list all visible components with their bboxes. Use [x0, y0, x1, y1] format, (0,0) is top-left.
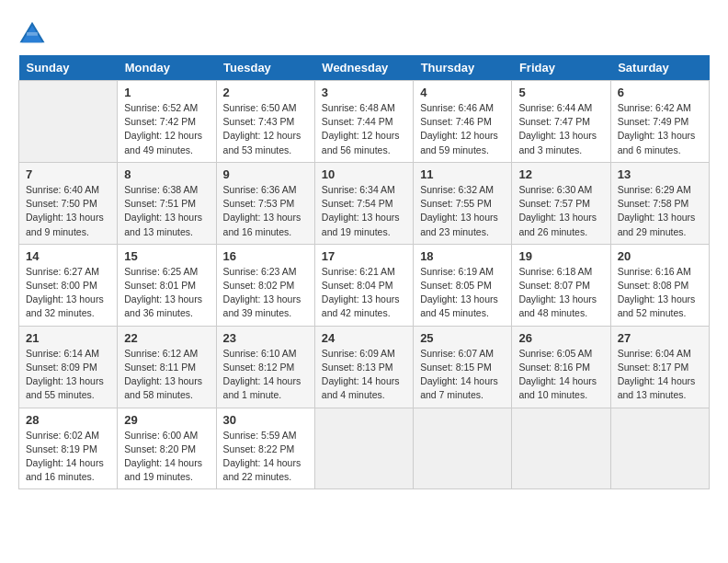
- day-detail: Sunrise: 6:48 AMSunset: 7:44 PMDaylight:…: [322, 101, 406, 157]
- week-row-2: 7Sunrise: 6:40 AMSunset: 7:50 PMDaylight…: [19, 162, 710, 244]
- day-number: 2: [223, 86, 308, 99]
- calendar-cell: 22Sunrise: 6:12 AMSunset: 8:11 PMDayligh…: [118, 326, 216, 408]
- day-detail: Sunrise: 6:09 AMSunset: 8:13 PMDaylight:…: [322, 347, 406, 403]
- col-header-saturday: Saturday: [610, 55, 709, 81]
- day-number: 16: [223, 249, 308, 263]
- day-detail: Sunrise: 6:23 AMSunset: 8:02 PMDaylight:…: [223, 265, 308, 321]
- day-number: 30: [223, 413, 308, 427]
- calendar-cell: 21Sunrise: 6:14 AMSunset: 8:09 PMDayligh…: [19, 326, 118, 408]
- day-detail: Sunrise: 6:40 AMSunset: 7:50 PMDaylight:…: [26, 183, 110, 239]
- day-number: 11: [420, 167, 505, 181]
- week-row-4: 21Sunrise: 6:14 AMSunset: 8:09 PMDayligh…: [19, 326, 710, 408]
- day-number: 15: [124, 249, 209, 263]
- day-number: 19: [518, 249, 603, 263]
- col-header-wednesday: Wednesday: [314, 55, 413, 81]
- day-detail: Sunrise: 6:29 AMSunset: 7:58 PMDaylight:…: [618, 183, 702, 239]
- day-detail: Sunrise: 6:36 AMSunset: 7:53 PMDaylight:…: [223, 183, 308, 239]
- logo-icon: [18, 18, 46, 46]
- day-detail: Sunrise: 6:42 AMSunset: 7:49 PMDaylight:…: [618, 101, 702, 157]
- calendar-cell: 23Sunrise: 6:10 AMSunset: 8:12 PMDayligh…: [216, 326, 314, 408]
- calendar-cell: 29Sunrise: 6:00 AMSunset: 8:20 PMDayligh…: [118, 408, 216, 489]
- calendar-cell: 19Sunrise: 6:18 AMSunset: 8:07 PMDayligh…: [512, 244, 610, 326]
- page-header: [18, 18, 710, 46]
- day-number: 22: [124, 331, 209, 345]
- calendar-cell: 27Sunrise: 6:04 AMSunset: 8:17 PMDayligh…: [610, 326, 709, 408]
- col-header-friday: Friday: [512, 55, 610, 81]
- day-number: 6: [618, 86, 702, 99]
- calendar-table: SundayMondayTuesdayWednesdayThursdayFrid…: [18, 55, 710, 489]
- day-detail: Sunrise: 6:19 AMSunset: 8:05 PMDaylight:…: [420, 265, 505, 321]
- calendar-cell: 11Sunrise: 6:32 AMSunset: 7:55 PMDayligh…: [414, 162, 512, 244]
- day-detail: Sunrise: 6:16 AMSunset: 8:08 PMDaylight:…: [618, 265, 702, 321]
- day-number: 26: [518, 331, 603, 345]
- day-number: 8: [124, 167, 209, 181]
- day-number: 13: [618, 167, 702, 181]
- calendar-cell: [314, 408, 413, 489]
- day-number: 20: [618, 249, 702, 263]
- day-number: 7: [26, 167, 110, 181]
- calendar-cell: 18Sunrise: 6:19 AMSunset: 8:05 PMDayligh…: [414, 244, 512, 326]
- col-header-monday: Monday: [118, 55, 216, 81]
- day-number: 25: [420, 331, 505, 345]
- day-detail: Sunrise: 6:30 AMSunset: 7:57 PMDaylight:…: [518, 183, 603, 239]
- day-number: 18: [420, 249, 505, 263]
- week-row-5: 28Sunrise: 6:02 AMSunset: 8:19 PMDayligh…: [19, 408, 710, 489]
- week-row-1: 1Sunrise: 6:52 AMSunset: 7:42 PMDaylight…: [19, 81, 710, 163]
- day-number: 24: [322, 331, 406, 345]
- day-number: 23: [223, 331, 308, 345]
- svg-rect-2: [27, 32, 38, 36]
- calendar-cell: [512, 408, 610, 489]
- day-number: 29: [124, 413, 209, 427]
- day-detail: Sunrise: 6:10 AMSunset: 8:12 PMDaylight:…: [223, 347, 308, 403]
- day-number: 14: [26, 249, 110, 263]
- calendar-cell: 7Sunrise: 6:40 AMSunset: 7:50 PMDaylight…: [19, 162, 118, 244]
- day-number: 28: [26, 413, 110, 427]
- calendar-cell: 9Sunrise: 6:36 AMSunset: 7:53 PMDaylight…: [216, 162, 314, 244]
- logo: [18, 18, 50, 46]
- day-detail: Sunrise: 6:12 AMSunset: 8:11 PMDaylight:…: [124, 347, 209, 403]
- calendar-cell: 30Sunrise: 5:59 AMSunset: 8:22 PMDayligh…: [216, 408, 314, 489]
- calendar-cell: 2Sunrise: 6:50 AMSunset: 7:43 PMDaylight…: [216, 81, 314, 163]
- day-number: 3: [322, 86, 406, 99]
- calendar-cell: 1Sunrise: 6:52 AMSunset: 7:42 PMDaylight…: [118, 81, 216, 163]
- calendar-cell: 12Sunrise: 6:30 AMSunset: 7:57 PMDayligh…: [512, 162, 610, 244]
- day-detail: Sunrise: 6:05 AMSunset: 8:16 PMDaylight:…: [518, 347, 603, 403]
- day-number: 9: [223, 167, 308, 181]
- calendar-cell: 6Sunrise: 6:42 AMSunset: 7:49 PMDaylight…: [610, 81, 709, 163]
- calendar-cell: 15Sunrise: 6:25 AMSunset: 8:01 PMDayligh…: [118, 244, 216, 326]
- calendar-cell: 16Sunrise: 6:23 AMSunset: 8:02 PMDayligh…: [216, 244, 314, 326]
- day-detail: Sunrise: 6:07 AMSunset: 8:15 PMDaylight:…: [420, 347, 505, 403]
- day-number: 5: [518, 86, 603, 99]
- day-detail: Sunrise: 6:18 AMSunset: 8:07 PMDaylight:…: [518, 265, 603, 321]
- calendar-cell: [19, 81, 118, 163]
- day-detail: Sunrise: 6:14 AMSunset: 8:09 PMDaylight:…: [26, 347, 110, 403]
- calendar-cell: 25Sunrise: 6:07 AMSunset: 8:15 PMDayligh…: [414, 326, 512, 408]
- day-detail: Sunrise: 6:00 AMSunset: 8:20 PMDaylight:…: [124, 429, 209, 485]
- day-detail: Sunrise: 6:44 AMSunset: 7:47 PMDaylight:…: [518, 101, 603, 157]
- day-number: 27: [618, 331, 702, 345]
- day-detail: Sunrise: 6:02 AMSunset: 8:19 PMDaylight:…: [26, 429, 110, 485]
- col-header-thursday: Thursday: [414, 55, 512, 81]
- calendar-header-row: SundayMondayTuesdayWednesdayThursdayFrid…: [19, 55, 710, 81]
- calendar-cell: 13Sunrise: 6:29 AMSunset: 7:58 PMDayligh…: [610, 162, 709, 244]
- calendar-cell: 26Sunrise: 6:05 AMSunset: 8:16 PMDayligh…: [512, 326, 610, 408]
- col-header-sunday: Sunday: [19, 55, 118, 81]
- day-detail: Sunrise: 6:21 AMSunset: 8:04 PMDaylight:…: [322, 265, 406, 321]
- day-detail: Sunrise: 6:34 AMSunset: 7:54 PMDaylight:…: [322, 183, 406, 239]
- day-number: 4: [420, 86, 505, 99]
- day-detail: Sunrise: 6:25 AMSunset: 8:01 PMDaylight:…: [124, 265, 209, 321]
- day-number: 10: [322, 167, 406, 181]
- calendar-cell: [610, 408, 709, 489]
- calendar-cell: 10Sunrise: 6:34 AMSunset: 7:54 PMDayligh…: [314, 162, 413, 244]
- week-row-3: 14Sunrise: 6:27 AMSunset: 8:00 PMDayligh…: [19, 244, 710, 326]
- calendar-cell: 5Sunrise: 6:44 AMSunset: 7:47 PMDaylight…: [512, 81, 610, 163]
- calendar-cell: 3Sunrise: 6:48 AMSunset: 7:44 PMDaylight…: [314, 81, 413, 163]
- day-detail: Sunrise: 6:04 AMSunset: 8:17 PMDaylight:…: [618, 347, 702, 403]
- day-detail: Sunrise: 6:46 AMSunset: 7:46 PMDaylight:…: [420, 101, 505, 157]
- calendar-cell: 4Sunrise: 6:46 AMSunset: 7:46 PMDaylight…: [414, 81, 512, 163]
- calendar-cell: 17Sunrise: 6:21 AMSunset: 8:04 PMDayligh…: [314, 244, 413, 326]
- day-number: 12: [518, 167, 603, 181]
- day-detail: Sunrise: 5:59 AMSunset: 8:22 PMDaylight:…: [223, 429, 308, 485]
- day-number: 21: [26, 331, 110, 345]
- day-detail: Sunrise: 6:32 AMSunset: 7:55 PMDaylight:…: [420, 183, 505, 239]
